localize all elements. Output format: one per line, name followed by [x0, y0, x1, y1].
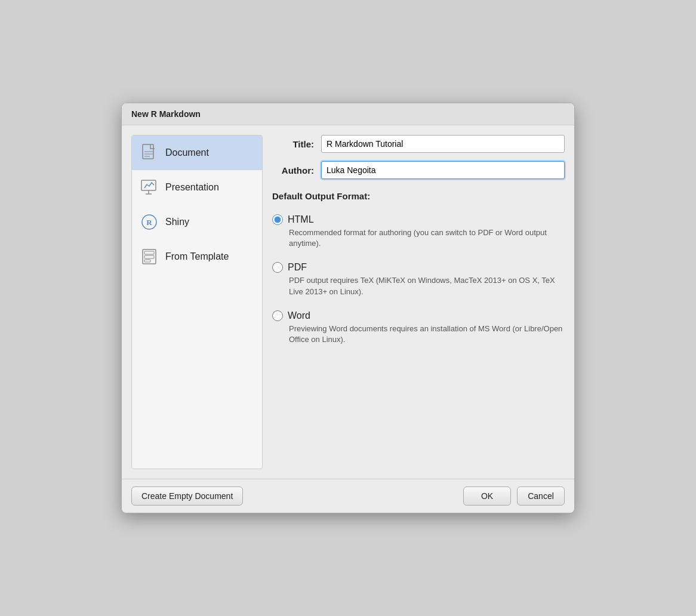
format-radio-word[interactable] [272, 310, 283, 321]
format-option-word-row: Word [272, 310, 565, 321]
sidebar-item-document-label: Document [165, 147, 209, 158]
title-field-row: Title: [272, 135, 565, 153]
format-desc-pdf: PDF output requires TeX (MiKTeX on Windo… [272, 275, 565, 297]
create-empty-button[interactable]: Create Empty Document [131, 486, 243, 506]
sidebar-item-presentation[interactable]: Presentation [132, 170, 262, 205]
svg-rect-12 [144, 260, 150, 262]
sidebar-item-shiny[interactable]: R Shiny [132, 205, 262, 239]
sidebar: Document Presentation [131, 135, 263, 469]
author-label: Author: [272, 165, 314, 175]
dialog-title: New R Markdown [131, 109, 201, 119]
format-label-html[interactable]: HTML [288, 214, 314, 225]
title-input[interactable] [321, 135, 565, 153]
format-option-html-row: HTML [272, 214, 565, 225]
shiny-icon: R [140, 213, 158, 231]
format-option-pdf-row: PDF [272, 262, 565, 273]
ok-button[interactable]: OK [463, 486, 511, 506]
format-desc-html: Recommended format for authoring (you ca… [272, 227, 565, 249]
cancel-button[interactable]: Cancel [517, 486, 565, 506]
document-icon [140, 144, 158, 162]
section-title: Default Output Format: [272, 191, 565, 201]
from-template-icon [140, 248, 158, 266]
title-label: Title: [272, 139, 314, 149]
sidebar-item-presentation-label: Presentation [165, 182, 219, 193]
sidebar-item-from-template-label: From Template [165, 251, 229, 262]
right-panel: Title: Author: Default Output Format: HT… [272, 135, 565, 469]
sidebar-item-from-template[interactable]: From Template [132, 239, 262, 274]
format-option-pdf: PDF PDF output requires TeX (MiKTeX on W… [272, 262, 565, 297]
dialog-footer: Create Empty Document OK Cancel [122, 479, 574, 513]
dialog-title-bar: New R Markdown [122, 103, 574, 125]
svg-rect-11 [144, 255, 154, 258]
author-input[interactable] [321, 161, 565, 179]
svg-text:R: R [146, 218, 152, 227]
format-radio-html[interactable] [272, 214, 283, 225]
dialog-body: Document Presentation [122, 125, 574, 479]
format-radio-pdf[interactable] [272, 262, 283, 273]
format-option-word: Word Previewing Word documents requires … [272, 310, 565, 345]
format-label-word[interactable]: Word [288, 310, 310, 321]
svg-rect-10 [144, 251, 154, 254]
sidebar-item-document[interactable]: Document [132, 135, 262, 170]
format-option-html: HTML Recommended format for authoring (y… [272, 214, 565, 249]
author-field-row: Author: [272, 161, 565, 179]
format-label-pdf[interactable]: PDF [288, 262, 307, 273]
presentation-icon [140, 178, 158, 196]
format-desc-word: Previewing Word documents requires an in… [272, 324, 565, 345]
footer-right: OK Cancel [463, 486, 565, 506]
new-r-markdown-dialog: New R Markdown Document [121, 103, 575, 513]
sidebar-item-shiny-label: Shiny [165, 217, 189, 227]
